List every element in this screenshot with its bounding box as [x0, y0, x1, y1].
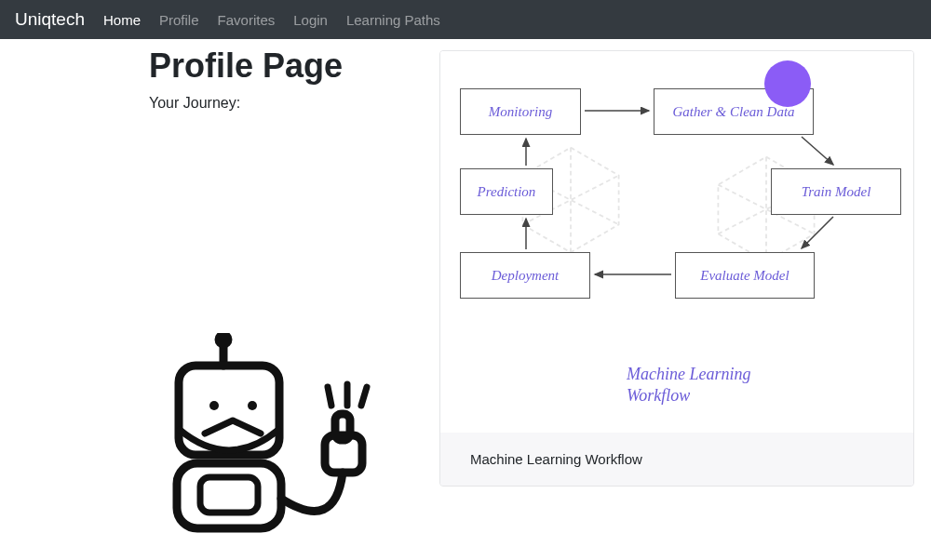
svg-line-19 — [802, 137, 833, 165]
start-marker-icon — [764, 60, 811, 107]
workflow-card: Monitoring Gather & Clean Data Predictio… — [439, 50, 914, 487]
right-column: Monitoring Gather & Clean Data Predictio… — [428, 39, 931, 560]
robot-thumbs-up-icon — [149, 534, 400, 550]
svg-rect-5 — [177, 463, 281, 528]
svg-point-4 — [248, 401, 257, 410]
diagram-label-line2: Workflow — [627, 385, 750, 407]
workflow-diagram: Monitoring Gather & Clean Data Predictio… — [440, 51, 913, 433]
page-title: Profile Page — [149, 47, 428, 86]
nav-profile[interactable]: Profile — [159, 12, 199, 28]
arrows-icon — [440, 51, 914, 330]
brand-link[interactable]: Uniqtech — [15, 9, 85, 30]
svg-line-11 — [361, 387, 367, 406]
card-caption: Machine Learning Workflow — [440, 433, 913, 486]
nav-favorites[interactable]: Favorites — [218, 12, 276, 28]
nav-learning-paths[interactable]: Learning Paths — [346, 12, 440, 28]
svg-rect-6 — [200, 477, 258, 513]
diagram-label-line1: Machine Learning — [627, 364, 750, 385]
page-subtitle: Your Journey: — [149, 95, 428, 112]
svg-point-1 — [219, 335, 228, 344]
diagram-label: Machine Learning Workflow — [627, 364, 750, 407]
navbar: Uniqtech Home Profile Favorites Login Le… — [0, 0, 931, 39]
nav-home[interactable]: Home — [103, 12, 141, 28]
svg-line-9 — [328, 387, 331, 406]
svg-rect-8 — [335, 414, 350, 440]
svg-line-20 — [802, 217, 833, 248]
robot-illustration — [149, 333, 428, 551]
left-column: Profile Page Your Journey: — [0, 39, 428, 560]
nav-login[interactable]: Login — [293, 12, 328, 28]
svg-point-3 — [209, 401, 219, 410]
